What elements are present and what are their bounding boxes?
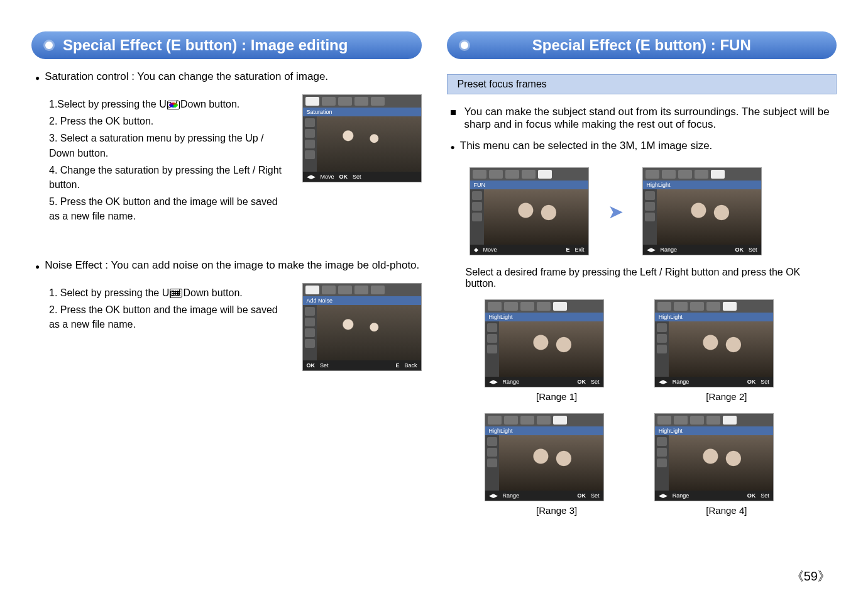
foot-text: Set — [749, 247, 757, 253]
tab-icon — [322, 286, 336, 294]
thumb-photo — [669, 321, 773, 377]
saturation-icon — [167, 101, 180, 109]
tab-icon — [505, 170, 519, 179]
foot-text: Set — [591, 379, 600, 385]
thumb-side — [643, 189, 657, 245]
saturation-heading-row: ● Saturation control : You can change th… — [35, 70, 422, 86]
thumb-side — [485, 321, 499, 377]
thumb-body — [655, 435, 773, 491]
foot-ok: OK — [307, 362, 316, 369]
thumb-label: HighLight — [643, 181, 761, 189]
tab-icon — [504, 416, 518, 425]
left-column: Special Effect (E button) : Image editin… — [31, 19, 422, 566]
title-dot-icon — [461, 42, 468, 49]
para2: This menu can be selected in the 3M, 1M … — [460, 140, 713, 152]
thumb-label: Saturation — [303, 108, 421, 116]
foot-ok: OK — [747, 492, 756, 499]
tab-icon — [305, 286, 319, 294]
thumb-footer: ◀▶ Range OK Set — [485, 491, 603, 501]
thumb-photo — [317, 116, 421, 172]
left-title-text: Special Effect (E button) : Image editin… — [63, 36, 348, 54]
thumb-body — [485, 321, 603, 377]
right-title: Special Effect (E button) : FUN — [447, 31, 837, 59]
tab-icon — [473, 170, 486, 179]
foot-e: E — [566, 247, 569, 253]
page-number: 《59》 — [791, 568, 830, 585]
thumb-tabbar — [655, 414, 773, 426]
square-bullet-icon — [451, 110, 456, 115]
step: 2. Press the OK button and the image wil… — [49, 303, 291, 331]
thumb-photo — [499, 321, 603, 377]
thumb-tabbar — [303, 284, 421, 296]
saturation-steps: 1.Select by pressing the Up / Down butto… — [31, 94, 291, 234]
thumb-body — [470, 189, 588, 245]
foot-text: Range — [673, 379, 689, 385]
bullet-icon: ● — [35, 70, 40, 86]
thumb-side — [485, 435, 499, 491]
thumb-tabbar — [485, 300, 603, 313]
thumb-body — [655, 321, 773, 377]
thumb-label: HighLight — [655, 313, 773, 321]
tab-icon — [489, 170, 503, 179]
tab-icon — [695, 170, 708, 179]
tab-icon — [553, 302, 567, 311]
noise-heading: Noise Effect : You can add noise on the … — [45, 259, 419, 272]
range-cell: HighLight ◀▶ Range OK Set [Range 1] — [485, 299, 629, 402]
step: 1. Select by pressing the Up / Down butt… — [49, 286, 291, 300]
thumb-body — [485, 435, 603, 491]
thumb-tabbar — [655, 300, 773, 313]
arrow-icon: ◀▶ — [307, 174, 316, 180]
highlight-thumb: HighLight ◀▶ Range OK Set — [642, 167, 762, 255]
step: 5. Press the OK button and the image wil… — [49, 194, 291, 223]
left-title: Special Effect (E button) : Image editin… — [31, 31, 422, 59]
thumb-footer: ◀▶ Range OK Set — [485, 377, 603, 387]
step-text: 1.Select by pressing the Up / Down butto… — [49, 99, 239, 109]
bullet-icon: ● — [451, 140, 455, 155]
noise-steps-list: 1. Select by pressing the Up / Down butt… — [49, 286, 291, 332]
thumb-side — [655, 435, 669, 491]
tab-icon — [354, 97, 368, 106]
foot-text: Back — [404, 362, 417, 369]
range-thumb: HighLight ◀▶ Range OK Set — [654, 413, 774, 501]
fun-thumbs-row: FUN ◆ Move E Exit ➤ HighLight — [470, 167, 837, 255]
tab-icon — [338, 97, 352, 106]
tab-icon — [537, 416, 551, 425]
foot-text: Set — [353, 174, 361, 180]
range-caption: [Range 4] — [654, 505, 799, 516]
tab-icon — [723, 302, 737, 311]
preset-tag: Preset focus frames — [447, 74, 837, 94]
fun-thumb: FUN ◆ Move E Exit — [470, 167, 589, 255]
arrow-icon: ◀▶ — [489, 492, 498, 499]
tab-icon — [520, 416, 534, 425]
foot-text: Set — [591, 492, 600, 499]
tab-icon — [537, 302, 551, 311]
thumb-footer: ◆ Move E Exit — [470, 245, 588, 255]
noise-thumb: Add Noise OK Set E Back — [302, 283, 422, 371]
foot-ok: OK — [339, 174, 348, 180]
page: Special Effect (E button) : Image editin… — [31, 19, 837, 566]
bullet-icon: ● — [35, 259, 40, 274]
tab-icon — [690, 416, 704, 425]
range-cell: HighLight ◀▶ Range OK Set [Range 3] — [485, 413, 629, 516]
thumb-photo — [317, 305, 421, 360]
foot-text: Set — [761, 379, 769, 385]
para1-row: You can make the subject stand out from … — [451, 106, 837, 131]
foot-text: Move — [321, 174, 334, 180]
tab-icon — [706, 416, 720, 425]
thumb-side — [470, 189, 484, 245]
tab-icon — [657, 416, 671, 425]
thumb-tabbar — [485, 414, 603, 426]
tab-icon — [488, 302, 502, 311]
range-thumb: HighLight ◀▶ Range OK Set — [654, 299, 774, 387]
saturation-row: 1.Select by pressing the Up / Down butto… — [31, 94, 422, 234]
right-title-text: Special Effect (E button) : FUN — [532, 36, 751, 54]
tab-icon — [522, 170, 536, 179]
tab-icon — [520, 302, 534, 311]
tab-icon — [504, 302, 518, 311]
range-caption: [Range 3] — [485, 505, 629, 516]
tab-icon — [674, 416, 688, 425]
title-dot-icon — [45, 42, 53, 49]
thumb-label: HighLight — [485, 313, 603, 321]
noise-heading-row: ● Noise Effect : You can add noise on th… — [35, 259, 422, 274]
tab-icon — [662, 170, 676, 179]
